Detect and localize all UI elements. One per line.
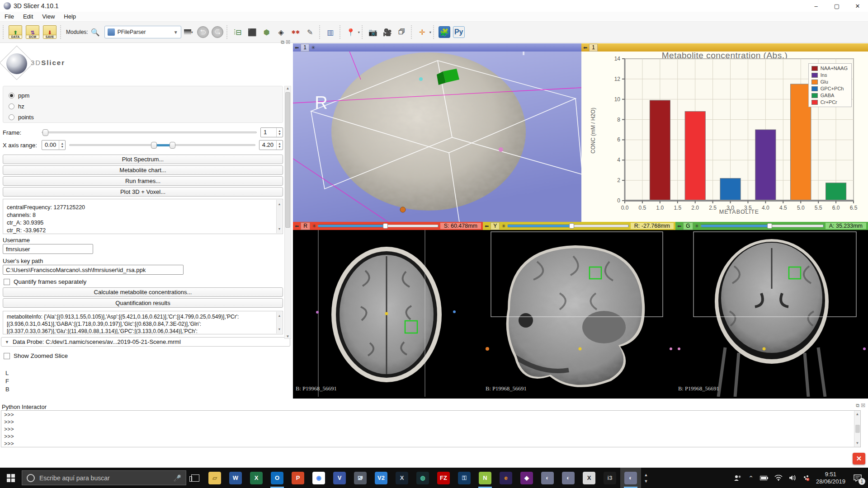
- frame-slider[interactable]: [42, 129, 257, 136]
- microphone-icon[interactable]: 🎤: [174, 474, 181, 482]
- history-back-button[interactable]: ⮌: [197, 26, 209, 38]
- module-selector-combobox[interactable]: PFileParser ▼: [104, 26, 181, 38]
- python-console-icon[interactable]: Py: [453, 26, 465, 38]
- header-info-textbox[interactable]: centralFrequency: 1277125220 channels: 8…: [3, 199, 283, 234]
- chart-view[interactable]: ⬅ 1 Metabolite concentration (Abs.) 0246…: [581, 43, 868, 222]
- panel-popout-icon[interactable]: ⧉: [281, 39, 284, 45]
- wifi-icon[interactable]: [774, 475, 783, 481]
- start-button[interactable]: [0, 468, 22, 488]
- taskbar-app-i3[interactable]: i3: [599, 468, 620, 488]
- sync-error-icon[interactable]: [802, 475, 810, 481]
- xaxis-max-spinbox[interactable]: 4.20 ▲▼: [259, 140, 283, 150]
- taskbar-app-mplab-x-ide[interactable]: X: [392, 468, 412, 488]
- minimize-button[interactable]: –: [806, 0, 826, 12]
- load-data-button[interactable]: ⬆ DATA: [9, 25, 22, 39]
- coronal-slice-image[interactable]: B: P19968_56691: [675, 230, 868, 397]
- taskbar-app-v2-app[interactable]: V2: [371, 468, 392, 488]
- screenshot-icon[interactable]: 📷: [367, 26, 379, 38]
- pin-icon[interactable]: ⬅: [677, 223, 681, 229]
- taskbar-scroll-arrows[interactable]: ▲ ▼: [641, 473, 651, 483]
- maximize-button[interactable]: ▢: [826, 0, 847, 12]
- radio-ppm[interactable]: ppm: [9, 90, 277, 101]
- taskbar-app-slicer-2[interactable]: ◐: [558, 468, 579, 488]
- taskbar-app-notepad-plus[interactable]: N: [475, 468, 495, 488]
- run-frames-button[interactable]: Run frames...: [3, 176, 283, 186]
- hidden-icons-chevron[interactable]: ⌃: [748, 474, 754, 482]
- taskbar-app-chrome[interactable]: ◉: [308, 468, 329, 488]
- slice-options-icon[interactable]: ✳: [501, 223, 505, 229]
- layout-selector-button[interactable]: ▾: [183, 26, 194, 38]
- pin-icon[interactable]: ⬅: [295, 45, 299, 51]
- history-forward-button[interactable]: ⮎: [212, 26, 223, 38]
- menu-edit[interactable]: Edit: [19, 13, 38, 20]
- dicom-button[interactable]: ⇅ DCM: [26, 25, 39, 39]
- extensions-manager-icon[interactable]: 🧩: [439, 26, 450, 38]
- scene-views-icon[interactable]: 🗇: [396, 26, 408, 38]
- slice-options-icon[interactable]: ✳: [695, 223, 699, 229]
- panel-close-icon[interactable]: ☒: [286, 39, 290, 45]
- menu-help[interactable]: Help: [59, 13, 80, 20]
- frame-spinbox[interactable]: 1 ▲▼: [260, 127, 283, 137]
- threed-view-header[interactable]: ⬅ 1 ✳: [293, 43, 581, 52]
- xaxis-min-spinbox[interactable]: 0.00 ▲▼: [42, 140, 66, 150]
- data-probe-bar[interactable]: ▼ Data Probe: C:/dev/1.namic/scenes/av..…: [1, 337, 290, 347]
- taskbar-search[interactable]: Escribe aquí para buscar 🎤: [22, 470, 186, 485]
- scroll-down-icon[interactable]: ▼: [644, 479, 648, 483]
- pin-icon[interactable]: ⬅: [295, 223, 299, 229]
- chart-layout-icon[interactable]: ▥: [325, 26, 336, 38]
- taskbar-app-excel[interactable]: X: [246, 468, 267, 488]
- taskbar-app-gitkraken[interactable]: ◍: [412, 468, 433, 488]
- module-search-icon[interactable]: 🔍: [90, 26, 101, 38]
- volume-cube-icon[interactable]: ⬛: [246, 26, 258, 38]
- axial-slice-image[interactable]: B: P19968_56691: [293, 230, 483, 397]
- slice-options-icon[interactable]: ✳: [312, 223, 316, 229]
- scene-view-icon[interactable]: 🎥: [382, 26, 393, 38]
- annotation-pen-icon[interactable]: ✎: [304, 26, 316, 38]
- metabolite-chart-button[interactable]: Metabolite chart...: [3, 165, 283, 175]
- taskbar-app-eclipse[interactable]: e: [495, 468, 516, 488]
- green-slice-header[interactable]: ⬅ G ✳ A: 35.233mm: [675, 222, 868, 230]
- task-view-button[interactable]: [186, 468, 204, 488]
- taskbar-app-slicer-1[interactable]: ◐: [537, 468, 558, 488]
- people-icon[interactable]: [734, 475, 742, 481]
- info-scrollbar[interactable]: ▲▼: [276, 200, 282, 233]
- pin-icon[interactable]: ⬅: [485, 223, 489, 229]
- taskbar-app-visio[interactable]: V: [329, 468, 350, 488]
- yellow-slice-slider[interactable]: [507, 223, 628, 229]
- quantification-results-button[interactable]: Quantification results: [3, 298, 283, 308]
- threed-view-tab[interactable]: 1: [301, 44, 309, 52]
- crosshair-icon[interactable]: ✛: [416, 26, 428, 38]
- quantify-frames-checkbox[interactable]: [4, 279, 10, 285]
- collapse-triangle-icon[interactable]: ▼: [5, 340, 9, 344]
- red-slice-slider[interactable]: [318, 223, 439, 229]
- radio-points[interactable]: points: [9, 112, 277, 122]
- green-slice-tab[interactable]: G: [683, 222, 693, 230]
- fiducials-icon[interactable]: ✱✱: [290, 26, 302, 38]
- taskbar-app-word[interactable]: W: [225, 468, 246, 488]
- python-close-icon[interactable]: ☒: [861, 403, 865, 408]
- scroll-up-icon[interactable]: ▲: [644, 473, 648, 477]
- taskbar-app-outlook[interactable]: O: [267, 468, 288, 488]
- slice-stack-icon[interactable]: ◈: [275, 26, 287, 38]
- taskbar-app-filezilla[interactable]: FZ: [433, 468, 454, 488]
- python-console[interactable]: >>> >>> >>> >>> >>> ▲▼: [1, 410, 861, 447]
- radio-hz-control[interactable]: [9, 103, 14, 109]
- quantify-frames-checkbox-row[interactable]: Quantify frames separately: [4, 278, 86, 285]
- python-popout-icon[interactable]: ⧉: [856, 403, 859, 408]
- volume-rendering-icon[interactable]: ⬢: [261, 26, 273, 38]
- volume-icon[interactable]: [789, 475, 796, 481]
- battery-icon[interactable]: [760, 476, 768, 480]
- notification-close-button[interactable]: ✕: [853, 453, 865, 465]
- plot-3d-voxel-button[interactable]: Plot 3D + Voxel...: [3, 187, 283, 197]
- module-hierarchy-icon[interactable]: ⫶⊟: [232, 26, 244, 38]
- threed-view[interactable]: R P ⬅ 1 ✳: [293, 43, 581, 222]
- metabolite-scrollbar[interactable]: ▲▼: [276, 312, 282, 333]
- action-center-button[interactable]: 1: [852, 472, 863, 484]
- python-scrollbar[interactable]: ▲▼: [854, 411, 860, 447]
- taskbar-app-powerpoint[interactable]: P: [288, 468, 308, 488]
- xaxis-range-slider[interactable]: [69, 141, 255, 149]
- red-slice-tab[interactable]: R: [301, 222, 310, 230]
- radio-hz[interactable]: hz: [9, 101, 277, 112]
- metabolite-info-textbox[interactable]: metaboliteInfo: {'Ala':[(0.913,1.55,0.10…: [3, 311, 283, 334]
- show-zoomed-slice-row[interactable]: Show Zoomed Slice: [4, 352, 68, 359]
